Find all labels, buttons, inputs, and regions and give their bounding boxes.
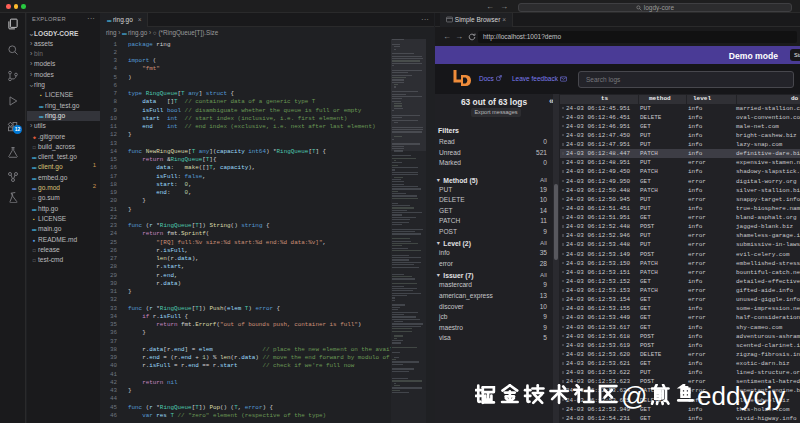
svg-text:@: @	[621, 384, 647, 411]
svg-text:eddycjy: eddycjy	[697, 384, 785, 411]
